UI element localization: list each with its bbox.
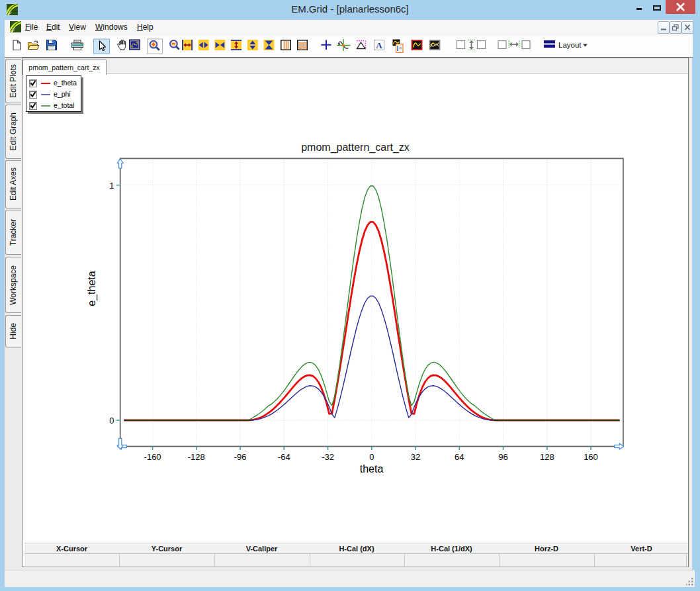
svg-text:Layout: Layout [558,41,582,49]
svg-text:A: A [376,40,382,50]
